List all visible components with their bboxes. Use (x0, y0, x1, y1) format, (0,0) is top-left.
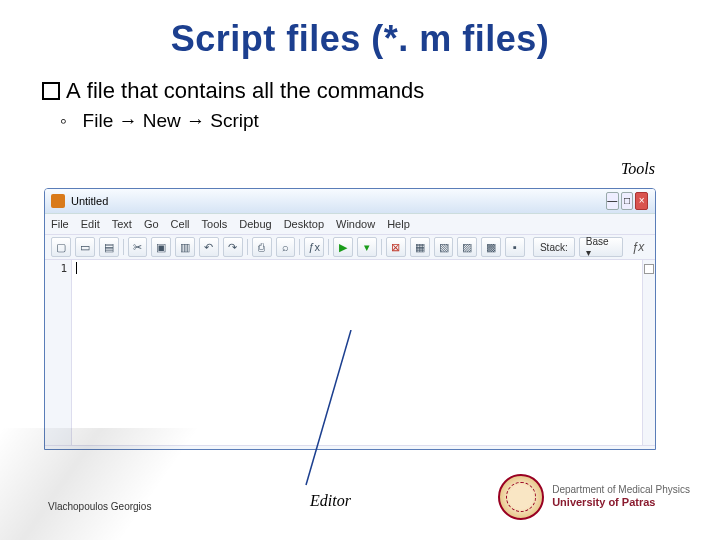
publish-icon[interactable]: ▪ (505, 237, 525, 257)
menu-edit[interactable]: Edit (81, 218, 100, 230)
cut-icon[interactable]: ✂ (128, 237, 148, 257)
find-icon[interactable]: ⌕ (276, 237, 296, 257)
menu-text[interactable]: Text (112, 218, 132, 230)
label-tools: Tools (621, 160, 655, 178)
print-icon[interactable]: ⎙ (252, 237, 272, 257)
separator-icon (247, 239, 248, 255)
run-icon[interactable]: ▶ (333, 237, 353, 257)
sub-marker: ◦ (60, 110, 67, 131)
redo-icon[interactable]: ↷ (223, 237, 243, 257)
bullet-text: file that contains all the commands (87, 78, 425, 104)
cell-advance-icon[interactable]: ▨ (457, 237, 477, 257)
sub-bullet: ◦ File → New → Script (60, 110, 720, 132)
menu-cell[interactable]: Cell (171, 218, 190, 230)
seal-icon (498, 474, 544, 520)
cell-eval-icon[interactable]: ▧ (434, 237, 454, 257)
menu-file[interactable]: File (51, 218, 69, 230)
function-icon[interactable]: ƒx (304, 237, 324, 257)
caret-icon (76, 262, 77, 274)
label-editor: Editor (310, 492, 351, 510)
window-title-text: Untitled (71, 195, 108, 207)
save-icon[interactable]: ▤ (99, 237, 119, 257)
menu-desktop[interactable]: Desktop (284, 218, 324, 230)
report-icon[interactable]: ▩ (481, 237, 501, 257)
menu-bar: File Edit Text Go Cell Tools Debug Deskt… (45, 213, 655, 234)
run-dropdown-icon[interactable]: ▾ (357, 237, 377, 257)
university-logo: Department of Medical Physics University… (498, 474, 690, 520)
paste-icon[interactable]: ▥ (175, 237, 195, 257)
matlab-icon (51, 194, 65, 208)
bullet-prefix: A (66, 78, 81, 104)
new-file-icon[interactable]: ▢ (51, 237, 71, 257)
code-quality-strip[interactable] (642, 260, 655, 445)
menu-tools[interactable]: Tools (202, 218, 228, 230)
open-file-icon[interactable]: ▭ (75, 237, 95, 257)
menu-go[interactable]: Go (144, 218, 159, 230)
close-button[interactable]: × (635, 192, 648, 210)
function-browser-icon[interactable]: ƒx (627, 238, 649, 256)
status-strip (45, 445, 655, 449)
menu-help[interactable]: Help (387, 218, 410, 230)
menu-debug[interactable]: Debug (239, 218, 271, 230)
window-titlebar[interactable]: Untitled — □ × (45, 189, 655, 213)
checkbox-icon (42, 82, 60, 100)
line-gutter: 1 (45, 260, 72, 445)
dept-name: Department of Medical Physics (552, 484, 690, 496)
separator-icon (123, 239, 124, 255)
separator-icon (381, 239, 382, 255)
matlab-editor-window: Untitled — □ × File Edit Text Go Cell To… (44, 188, 656, 450)
breakpoint-clear-icon[interactable]: ⊠ (386, 237, 406, 257)
minimize-button[interactable]: — (606, 192, 619, 210)
page-title: Script files (*. m files) (0, 18, 720, 60)
menu-path: File → New → Script (83, 110, 259, 131)
author-name: Vlachopoulos Georgios (48, 501, 151, 512)
separator-icon (299, 239, 300, 255)
undo-icon[interactable]: ↶ (199, 237, 219, 257)
toolbar: ▢ ▭ ▤ ✂ ▣ ▥ ↶ ↷ ⎙ ⌕ ƒx ▶ ▾ ⊠ ▦ ▧ ▨ ▩ ▪ S… (45, 234, 655, 259)
maximize-button[interactable]: □ (621, 192, 634, 210)
editor-area[interactable] (72, 260, 642, 445)
stack-label: Stack: (533, 237, 575, 257)
cell-mode-icon[interactable]: ▦ (410, 237, 430, 257)
separator-icon (328, 239, 329, 255)
editor-body: 1 (45, 259, 655, 445)
copy-icon[interactable]: ▣ (151, 237, 171, 257)
menu-window[interactable]: Window (336, 218, 375, 230)
university-name: University of Patras (552, 496, 690, 509)
window-buttons: — □ × (605, 192, 649, 210)
bullet-a-file: A file that contains all the commands (42, 78, 720, 104)
stack-selector[interactable]: Base ▾ (579, 237, 623, 257)
